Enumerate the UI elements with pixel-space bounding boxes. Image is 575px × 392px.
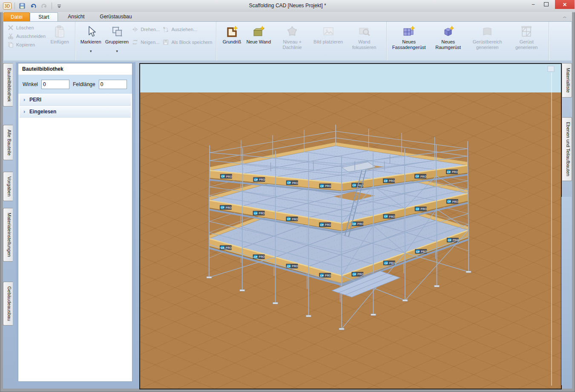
- svg-text:CP: CP: [287, 265, 290, 268]
- ribbon-button-niveau-dachlinie[interactable]: Niveau + Dachlinie: [273, 23, 312, 51]
- main-area: BauteilbibliothekAlle BauteileVorgabenMa…: [3, 61, 572, 389]
- section-header-peri[interactable]: ›PERI: [20, 94, 131, 106]
- section-header-eingelesen[interactable]: ›Eingelesen: [20, 106, 131, 118]
- stretch-icon: [162, 26, 169, 33]
- deck-brand-label: CPPRO: [286, 216, 298, 221]
- ribbon-button-gruppieren[interactable]: Gruppieren▼: [104, 23, 130, 54]
- deck-brand-label: CPPRO: [447, 238, 459, 242]
- svg-text:CP: CP: [320, 224, 323, 226]
- ribbon-button-ausziehen[interactable]: Ausziehen...: [161, 26, 213, 33]
- svg-text:PRO: PRO: [226, 246, 232, 249]
- close-icon: ✕: [563, 2, 567, 8]
- cut-icon: [7, 33, 14, 40]
- titlebar: 3D Scaffolding CAD [Neues Projekt] * – ✕: [0, 0, 575, 12]
- svg-text:PRO: PRO: [292, 218, 298, 221]
- ribbon-button-markieren[interactable]: Markieren▼: [78, 23, 104, 54]
- sidebar-tab-alle-bauteile[interactable]: Alle Bauteile: [3, 125, 13, 160]
- ribbon-button-kopieren[interactable]: Kopieren: [6, 41, 47, 49]
- select-cursor-icon: [84, 25, 98, 38]
- sidebar-tab-materialliste[interactable]: Materialliste: [562, 63, 572, 98]
- ribbon-button-neigen[interactable]: Neigen...: [130, 38, 161, 46]
- deck-brand-label: CPPRO: [253, 211, 265, 216]
- ribbon-button-neues-raumgerüst[interactable]: Neues Raumgerüst: [428, 23, 468, 51]
- ribbon-button-gerüst-generieren[interactable]: Gerüst generieren: [507, 23, 546, 51]
- svg-text:PRO: PRO: [421, 250, 427, 253]
- field-input-winkel[interactable]: [41, 80, 69, 89]
- deck-brand-label: CPPRO: [446, 199, 458, 204]
- svg-text:CP: CP: [384, 215, 388, 218]
- logo-3d-button[interactable]: 3D: [3, 2, 12, 10]
- svg-text:PRO: PRO: [259, 212, 265, 215]
- deck-brand-label: CPPRO: [383, 179, 395, 183]
- button-label: Gerüst generieren: [509, 39, 544, 50]
- ribbon-button-bild-platzieren[interactable]: Bild platzieren: [312, 23, 345, 51]
- sidebar-tab-vorgaben[interactable]: Vorgaben: [3, 172, 13, 201]
- svg-text:CP: CP: [352, 184, 356, 187]
- sidebar-tab-gebäudeausbau[interactable]: Gebäudeausbau: [3, 282, 13, 326]
- button-label: Ausschneiden: [16, 34, 46, 39]
- floorplan-icon: [225, 25, 239, 38]
- maximize-button[interactable]: [540, 0, 552, 9]
- tab-gerüstausbau[interactable]: Gerüstausbau: [96, 12, 135, 21]
- save-button[interactable]: [17, 2, 27, 10]
- deck-brand-label: CPPRO: [446, 170, 458, 174]
- minimize-button[interactable]: –: [527, 0, 540, 9]
- ribbon-button-ausschneiden[interactable]: Ausschneiden: [6, 32, 47, 40]
- sidebar-tab-bauteilbibliothek[interactable]: Bauteilbibliothek: [3, 63, 13, 107]
- group-icon: [110, 25, 124, 38]
- deck-brand-label: CPPRO: [351, 272, 363, 277]
- ribbon: LöschenAusschneidenKopierenEinfügenZwisc…: [3, 21, 572, 61]
- ribbon-button-grundriß[interactable]: Grundriß: [219, 23, 244, 51]
- section-label: Eingelesen: [29, 109, 56, 115]
- button-label: Einfügen: [50, 39, 69, 50]
- close-button[interactable]: ✕: [555, 0, 575, 9]
- focus-wall-icon: [357, 25, 371, 38]
- viewport-3d[interactable]: CPPROCPPROCPPROCPPROCPPROCPPROCPPROCPPRO…: [139, 63, 562, 389]
- svg-text:CP: CP: [254, 179, 258, 181]
- ribbon-button-gerüstbereich-generieren[interactable]: Gerüstbereich generieren: [468, 23, 507, 51]
- deck-brand-label: CPPRO: [383, 214, 395, 219]
- room-scaffold-icon: [441, 25, 455, 38]
- deck-brand-label: CPPRO: [415, 207, 427, 211]
- button-label: Kopieren: [16, 42, 35, 47]
- tab-datei[interactable]: Datei: [3, 12, 30, 22]
- section-label: PERI: [29, 97, 41, 103]
- deck-brand-label: CPPRO: [286, 180, 298, 185]
- quick-access-toolbar: 3D: [3, 1, 64, 11]
- ribbon-button-einfügen[interactable]: Einfügen: [47, 23, 72, 51]
- viewport-corner-button: [548, 66, 554, 72]
- svg-text:CP: CP: [287, 182, 290, 184]
- ribbon-button-neue-wand[interactable]: Neue Wand: [244, 23, 273, 51]
- svg-text:PRO: PRO: [325, 223, 331, 226]
- collapse-ribbon-button[interactable]: ︿: [561, 14, 569, 20]
- menu-arrow-button[interactable]: [55, 2, 64, 10]
- copy-icon: [7, 41, 14, 48]
- right-panel-strip: [561, 197, 572, 385]
- ribbon-button-neues-fassadengerüst[interactable]: Neues Fassadengerüst: [389, 23, 428, 51]
- button-label: Neue Wand: [246, 39, 271, 50]
- redo-button[interactable]: [40, 2, 49, 10]
- sidebar-tab-ebenen-und-teilaufbauten[interactable]: Ebenen und Teilaufbauten: [562, 117, 572, 181]
- chevron-down-icon: ▼: [89, 50, 92, 53]
- button-label: Grundriß: [223, 39, 241, 50]
- svg-text:CP: CP: [221, 175, 224, 178]
- undo-button[interactable]: [29, 2, 38, 10]
- ribbon-button-löschen[interactable]: Löschen: [6, 24, 47, 32]
- panel-title: Bauteilbibliothek: [18, 63, 132, 75]
- separator: [52, 3, 52, 9]
- minimize-icon: –: [532, 1, 535, 7]
- tab-start[interactable]: Start: [30, 12, 58, 22]
- deck-brand-label: CPPRO: [319, 184, 331, 188]
- separator: [14, 3, 15, 9]
- svg-text:CP: CP: [447, 200, 451, 203]
- ribbon-button-wand-fokussieren[interactable]: Wand fokussieren: [345, 23, 384, 51]
- tab-ansicht[interactable]: Ansicht: [62, 12, 90, 21]
- button-label: Bild platzieren: [313, 39, 343, 50]
- sidebar-tab-materialeinstellungen[interactable]: Materialeinstellungen: [3, 208, 13, 262]
- roofline-icon: [285, 25, 299, 38]
- field-input-feldlänge[interactable]: [99, 80, 127, 89]
- ribbon-button-drehen[interactable]: Drehen...: [130, 26, 161, 33]
- window-title: Scaffolding CAD [Neues Projekt] *: [0, 0, 575, 11]
- field-label-winkel: Winkel: [23, 81, 38, 87]
- ribbon-button-als-block-speichern[interactable]: Als Block speichern: [161, 38, 213, 46]
